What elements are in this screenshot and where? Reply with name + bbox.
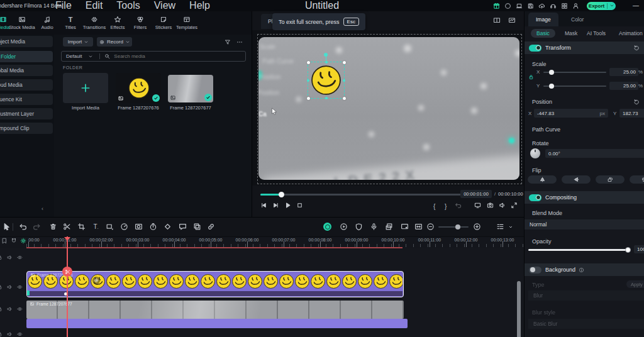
shape-tool-icon[interactable] bbox=[106, 223, 114, 231]
video-clip[interactable]: Frame 1287207677 bbox=[26, 301, 404, 319]
more-options-icon[interactable] bbox=[236, 39, 243, 45]
sidebar-item-global-media[interactable]: Global Media bbox=[0, 65, 53, 76]
scale-x-slider[interactable] bbox=[543, 72, 606, 73]
mute-icon[interactable] bbox=[499, 202, 506, 209]
play-preview-icon[interactable] bbox=[340, 223, 348, 231]
support-icon[interactable] bbox=[550, 3, 557, 9]
redo-icon[interactable] bbox=[33, 223, 41, 231]
opacity-knob[interactable] bbox=[625, 247, 631, 253]
scale-x-value[interactable]: 25.00 bbox=[609, 68, 638, 76]
mask-tool-icon[interactable] bbox=[135, 223, 143, 231]
rotate-input[interactable]: 0.00° bbox=[545, 149, 644, 158]
background-toggle[interactable] bbox=[529, 267, 541, 273]
track-lock-icon[interactable] bbox=[0, 306, 3, 312]
link-icon[interactable] bbox=[207, 223, 215, 231]
reset-icon[interactable] bbox=[633, 99, 640, 105]
timeline-zoom-knob[interactable] bbox=[455, 224, 460, 229]
apps-grid-icon[interactable] bbox=[561, 3, 568, 9]
subtab-mask[interactable]: Mask bbox=[565, 30, 577, 36]
background-type-dropdown[interactable]: Blur bbox=[528, 290, 644, 301]
delete-icon[interactable] bbox=[49, 223, 57, 231]
track-layer-icon[interactable] bbox=[385, 223, 393, 231]
device-icon[interactable] bbox=[516, 3, 523, 9]
subtab-animation[interactable]: Animation bbox=[619, 30, 643, 36]
sidebar-item-influence-kit[interactable]: Influence Kit bbox=[0, 94, 53, 105]
split-view-icon[interactable] bbox=[493, 16, 501, 24]
playhead-split-handle[interactable] bbox=[62, 267, 72, 277]
screen-record-icon[interactable] bbox=[401, 223, 409, 231]
zoom-out-icon[interactable] bbox=[426, 223, 435, 231]
smiley-sticker[interactable] bbox=[310, 64, 342, 96]
selection-handle-corner[interactable] bbox=[343, 61, 346, 64]
selection-handle-mid[interactable] bbox=[343, 79, 345, 82]
split-icon[interactable] bbox=[63, 223, 71, 231]
seek-bar[interactable] bbox=[260, 194, 479, 196]
voiceover-mic-icon[interactable] bbox=[370, 223, 378, 231]
position-y-input[interactable]: 182.73 bbox=[619, 109, 644, 118]
opacity-slider[interactable] bbox=[528, 249, 629, 251]
media-tile-frame-1287207677[interactable] bbox=[168, 75, 213, 102]
record-button[interactable]: Record bbox=[97, 37, 132, 47]
save-icon[interactable] bbox=[527, 3, 534, 9]
track-lock-icon[interactable] bbox=[0, 284, 3, 290]
track-mute-icon[interactable] bbox=[7, 331, 13, 337]
caret-down-icon[interactable] bbox=[508, 224, 513, 229]
track-visibility-icon[interactable] bbox=[17, 284, 23, 290]
timeline-ruler[interactable]: 00:0000:00:01:0000:00:02:0000:00:03:0000… bbox=[0, 236, 524, 248]
mark-in-brace[interactable]: { bbox=[433, 203, 435, 210]
track-visibility-icon[interactable] bbox=[17, 255, 23, 260]
cloud-upload-icon[interactable] bbox=[538, 3, 545, 9]
blur-style-dropdown[interactable]: Basic Blur bbox=[528, 319, 644, 329]
minimize-button[interactable]: — bbox=[633, 2, 639, 9]
sidebar-item-compound-clip[interactable]: Compound Clip bbox=[0, 123, 53, 134]
default-dropdown[interactable]: Default bbox=[62, 53, 99, 59]
tab-templates[interactable]: Templates bbox=[170, 13, 204, 33]
tab-image[interactable]: Image bbox=[528, 13, 558, 26]
search-input[interactable] bbox=[113, 53, 228, 60]
lock-icon[interactable] bbox=[528, 74, 534, 80]
filter-funnel-icon[interactable] bbox=[225, 39, 231, 45]
callout-icon[interactable] bbox=[179, 223, 187, 231]
stop-icon[interactable] bbox=[296, 202, 303, 209]
selection-handle-corner[interactable] bbox=[307, 97, 310, 100]
render-preview-icon[interactable] bbox=[323, 223, 331, 231]
rotate-dial[interactable] bbox=[530, 148, 540, 158]
transform-toggle[interactable] bbox=[529, 45, 541, 52]
rotate-ccw-button[interactable] bbox=[596, 175, 625, 184]
fit-timeline-icon[interactable] bbox=[414, 223, 423, 231]
scale-x-knob[interactable] bbox=[549, 70, 554, 75]
reset-icon[interactable] bbox=[633, 45, 640, 51]
blend-mode-dropdown[interactable]: Normal bbox=[525, 219, 644, 229]
scale-y-knob[interactable] bbox=[549, 84, 554, 89]
track-mute-icon[interactable] bbox=[7, 255, 13, 260]
playhead-marker[interactable] bbox=[64, 237, 70, 241]
undo-icon[interactable] bbox=[19, 223, 27, 231]
keyframe-icon[interactable] bbox=[164, 223, 172, 231]
media-tile-import[interactable] bbox=[63, 73, 108, 103]
sticker-clip[interactable]: Frame 1287207676 bbox=[26, 271, 404, 297]
display-icon[interactable] bbox=[474, 202, 481, 209]
crop-icon[interactable] bbox=[77, 223, 86, 231]
track-lock-icon[interactable] bbox=[0, 331, 3, 337]
text-tool-icon[interactable]: T. bbox=[92, 223, 100, 231]
selection-handle-mid[interactable] bbox=[325, 61, 328, 64]
account-icon[interactable] bbox=[572, 3, 579, 9]
play-icon[interactable] bbox=[284, 202, 291, 209]
snap-icon[interactable] bbox=[11, 238, 17, 244]
revert-icon[interactable] bbox=[455, 202, 462, 209]
subtab-ai-tools[interactable]: AI Tools bbox=[587, 30, 606, 36]
next-frame-icon[interactable] bbox=[272, 202, 279, 209]
sticker-selection-box[interactable] bbox=[308, 62, 345, 99]
playhead-line[interactable] bbox=[67, 236, 68, 337]
sidebar-collapse-button[interactable]: ‹ bbox=[42, 206, 43, 212]
compositing-toggle[interactable] bbox=[529, 194, 541, 201]
subtab-basic[interactable]: Basic bbox=[531, 29, 555, 38]
speed-icon[interactable] bbox=[120, 223, 128, 231]
track-manager-icon[interactable] bbox=[496, 223, 504, 231]
track-mute-icon[interactable] bbox=[7, 306, 13, 312]
fullscreen-icon[interactable] bbox=[511, 202, 518, 209]
snapshot-icon[interactable] bbox=[487, 202, 494, 209]
selection-handle-mid[interactable] bbox=[325, 97, 328, 99]
selection-handle-mid[interactable] bbox=[307, 79, 309, 82]
sidebar-item-adjustment-layer[interactable]: Adjustment Layer bbox=[0, 108, 53, 119]
